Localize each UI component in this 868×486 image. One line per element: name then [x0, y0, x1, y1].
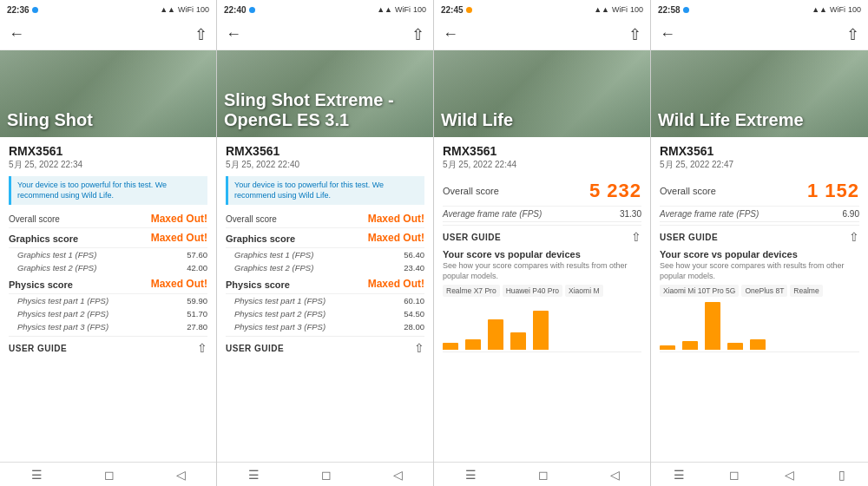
chart-bar-group-1	[682, 341, 698, 350]
back-icon[interactable]: ←	[226, 25, 241, 43]
chart-bar-group-0	[443, 343, 458, 350]
home-icon[interactable]: ◻	[104, 468, 115, 482]
back-nav-icon[interactable]: ◁	[610, 468, 620, 482]
vs-section: Your score vs popular devices See how yo…	[443, 246, 641, 356]
sub-label: Physics test part 3 (FPS)	[17, 322, 108, 332]
status-icons: ▲▲ WiFi 100	[594, 5, 643, 14]
home-icon[interactable]: ◻	[321, 468, 332, 482]
section-label: Physics score	[226, 277, 290, 291]
phone-panel-sling-shot-extreme: 22:40 ▲▲ WiFi 100 ← ⇧ Sling Shot Extreme…	[217, 0, 434, 486]
hero-banner: Wild Life Extreme	[651, 50, 868, 137]
sub-label: Physics test part 1 (FPS)	[234, 296, 326, 305]
section-label: Graphics score	[226, 231, 295, 245]
menu-icon[interactable]: ☰	[465, 468, 477, 482]
share-button[interactable]: ⇧	[846, 25, 859, 44]
overall-value: 1 152	[807, 180, 859, 202]
sub-score-row: Graphics test 2 (FPS) 42.00	[9, 261, 207, 274]
benchmark-title: Sling Shot	[7, 110, 93, 130]
chart-bar-3	[727, 343, 743, 350]
chart-bar-group-2	[488, 319, 503, 350]
chart-bar-1	[465, 339, 481, 350]
nav-bar: ☰ ◻ ◁	[434, 462, 650, 486]
device-tab[interactable]: Xiaomi Mi 10T Pro 5G	[660, 285, 739, 297]
sub-value: 51.70	[187, 309, 207, 319]
back-icon[interactable]: ←	[660, 25, 675, 43]
device-tab[interactable]: OnePlus 8T	[741, 285, 787, 297]
overall-score-row: Overall score 5 232	[443, 176, 641, 207]
user-guide-row: USER GUIDE ⇧	[443, 225, 641, 246]
menu-icon[interactable]: ☰	[674, 468, 685, 482]
menu-icon[interactable]: ☰	[248, 468, 260, 482]
wifi-icon: WiFi	[612, 5, 628, 14]
share-button[interactable]: ⇧	[194, 25, 207, 44]
chart-bar-1	[682, 341, 698, 350]
status-bar: 22:58 ▲▲ WiFi 100	[651, 0, 868, 19]
status-time: 22:45	[441, 5, 472, 15]
sub-score-row: Physics test part 1 (FPS) 59.90	[9, 294, 207, 307]
sub-value: 23.40	[404, 263, 424, 273]
wifi-icon: WiFi	[830, 5, 845, 14]
chart-bar-0	[443, 343, 458, 350]
recent-icon[interactable]: ▯	[838, 468, 845, 482]
back-icon[interactable]: ←	[9, 25, 24, 43]
section-label: Physics score	[9, 277, 73, 291]
status-dot	[249, 7, 255, 13]
chart-bar-2	[705, 302, 720, 350]
share-icon[interactable]: ⇧	[197, 341, 207, 355]
vs-section: Your score vs popular devices See how yo…	[660, 246, 859, 356]
avg-row: Average frame rate (FPS) 6.90	[660, 207, 859, 222]
hero-banner: Sling Shot Extreme - OpenGL ES 3.1	[217, 50, 433, 137]
sub-value: 60.10	[404, 296, 424, 305]
device-tab[interactable]: Xiaomi M	[565, 285, 602, 297]
hero-banner: Sling Shot	[0, 50, 216, 137]
home-icon[interactable]: ◻	[538, 468, 549, 482]
nav-bar: ☰ ◻ ◁	[217, 462, 433, 486]
back-nav-icon[interactable]: ◁	[785, 468, 794, 482]
overall-score-row: Overall score 1 152	[660, 176, 859, 207]
device-tab[interactable]: Realme X7 Pro	[443, 285, 500, 297]
section-label: Graphics score	[9, 231, 78, 245]
warning-message: Your device is too powerful for this tes…	[9, 176, 207, 205]
back-nav-icon[interactable]: ◁	[393, 468, 403, 482]
status-dot	[466, 7, 472, 13]
status-time: 22:58	[658, 5, 689, 15]
device-name: RMX3561	[226, 144, 424, 158]
wifi-icon: WiFi	[178, 5, 194, 14]
share-button[interactable]: ⇧	[411, 25, 424, 44]
device-tabs: Realme X7 ProHuawei P40 ProXiaomi M	[443, 285, 641, 297]
share-button[interactable]: ⇧	[628, 25, 641, 44]
device-tab[interactable]: Huawei P40 Pro	[503, 285, 562, 297]
sub-score-row: Graphics test 1 (FPS) 57.60	[9, 248, 207, 261]
user-guide-label: USER GUIDE	[9, 344, 67, 353]
back-icon[interactable]: ←	[443, 25, 458, 43]
chart-bar-group-0	[660, 345, 675, 350]
benchmark-title: Sling Shot Extreme - OpenGL ES 3.1	[224, 90, 426, 130]
battery-icon: 100	[848, 5, 861, 14]
section-value: Maxed Out!	[368, 278, 424, 290]
device-date: 5月 25, 2022 22:34	[9, 159, 207, 171]
user-guide-label: USER GUIDE	[443, 233, 501, 242]
menu-icon[interactable]: ☰	[31, 468, 43, 482]
chart-bar-2	[488, 319, 503, 350]
home-icon[interactable]: ◻	[729, 468, 740, 482]
overall-label: Overall score	[226, 214, 277, 224]
share-icon[interactable]: ⇧	[849, 230, 859, 244]
sub-value: 59.90	[187, 296, 207, 305]
status-dot	[32, 7, 38, 13]
share-icon[interactable]: ⇧	[631, 230, 641, 244]
benchmark-title: Wild Life	[441, 110, 513, 130]
status-time: 22:36	[7, 5, 38, 15]
share-icon[interactable]: ⇧	[414, 341, 424, 355]
bar-chart	[660, 300, 859, 352]
back-nav-icon[interactable]: ◁	[176, 468, 186, 482]
status-dot	[683, 7, 689, 13]
signal-icon: ▲▲	[594, 5, 609, 14]
sub-value: 42.00	[187, 263, 207, 273]
sub-score-row: Graphics test 2 (FPS) 23.40	[226, 261, 424, 274]
chart-bar-4	[750, 339, 766, 350]
vs-title: Your score vs popular devices	[660, 249, 859, 259]
device-tab[interactable]: Realme	[790, 285, 822, 297]
device-date: 5月 25, 2022 22:47	[660, 159, 859, 171]
chart-bar-3	[510, 332, 526, 350]
device-name: RMX3561	[660, 144, 859, 158]
